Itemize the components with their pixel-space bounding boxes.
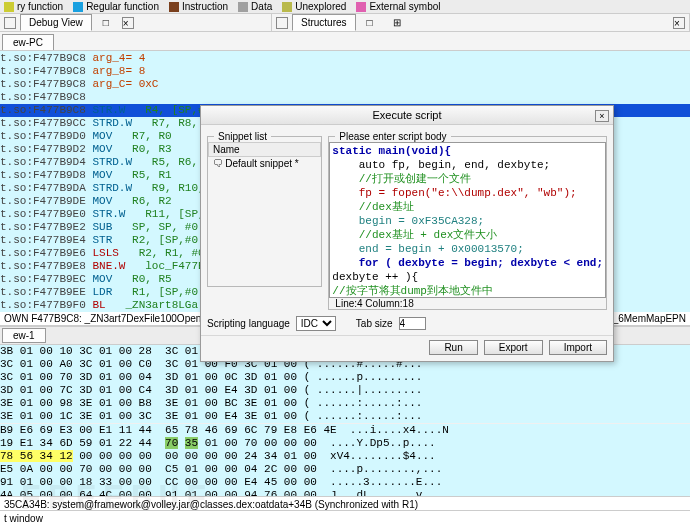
tab-size-input[interactable]	[399, 317, 426, 330]
legend-ext: External symbol	[369, 1, 440, 12]
legend-unex: Unexplored	[295, 1, 346, 12]
legend-data: Data	[251, 1, 272, 12]
legend-reg: Regular function	[86, 1, 159, 12]
scripting-language-label: Scripting language	[207, 318, 290, 329]
line-column-status: Line:4 Column:18	[335, 298, 606, 309]
import-button[interactable]: Import	[549, 340, 607, 355]
close-icon-2[interactable]: ×	[673, 17, 685, 29]
export-button[interactable]: Export	[484, 340, 543, 355]
hex-tab[interactable]: ew-1	[2, 328, 46, 343]
run-button[interactable]: Run	[429, 340, 477, 355]
tab-debug-view[interactable]: Debug View	[20, 14, 92, 31]
signature-text: OWN F477B9C8: _ZN3art7DexFile100OpenM	[4, 313, 210, 324]
legend-inst: Instruction	[182, 1, 228, 12]
arrow-icon: 🗨	[213, 158, 223, 169]
disasm-subtabs: ew-PC	[0, 32, 690, 51]
status-bar-2: t window	[0, 510, 690, 526]
tab-blank-2[interactable]: □	[358, 14, 382, 31]
script-textarea[interactable]: static main(void){ auto fp, begin, end, …	[329, 142, 606, 298]
tab-size-label: Tab size	[356, 318, 393, 329]
dialog-titlebar[interactable]: Execute script ×	[201, 106, 613, 125]
close-icon[interactable]: ×	[122, 17, 134, 29]
tab-blank-3[interactable]: ⊞	[384, 14, 410, 31]
snippet-item[interactable]: 🗨 Default snippet *	[209, 157, 321, 171]
snippet-list-label: Snippet list	[214, 131, 271, 142]
close-icon[interactable]: ×	[595, 110, 609, 122]
legend-lib: ry function	[17, 1, 63, 12]
execute-script-dialog: Execute script × Snippet list Name 🗨 Def…	[200, 105, 614, 362]
restore-icon-2[interactable]	[276, 17, 288, 29]
tab-blank-1[interactable]: □	[94, 14, 118, 31]
subtab-ewpc[interactable]: ew-PC	[2, 34, 54, 50]
dialog-title: Execute script	[372, 109, 441, 121]
tab-structures[interactable]: Structures	[292, 14, 356, 31]
snippet-name-header[interactable]: Name	[209, 143, 321, 157]
snippet-list-panel: Snippet list Name 🗨 Default snippet *	[207, 131, 322, 287]
scripting-language-select[interactable]: IDC	[296, 316, 336, 331]
main-tabs-row: Debug View □ × Structures □ ⊞ ×	[0, 14, 690, 32]
script-body-panel: Please enter script body static main(voi…	[328, 131, 607, 310]
script-body-label: Please enter script body	[335, 131, 450, 142]
legend-bar: ry function Regular function Instruction…	[0, 0, 690, 14]
restore-icon[interactable]	[4, 17, 16, 29]
